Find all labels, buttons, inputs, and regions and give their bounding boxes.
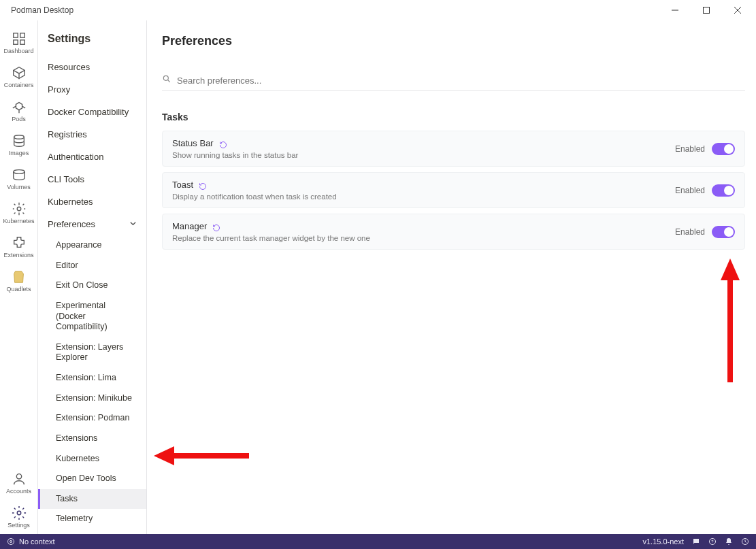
rail-dashboard[interactable]: Dashboard	[0, 26, 37, 60]
rail-label: Volumes	[7, 184, 31, 190]
rail-volumes[interactable]: Volumes	[0, 162, 37, 196]
rail-label: Images	[9, 150, 29, 156]
reset-icon[interactable]	[199, 181, 207, 189]
bell-icon[interactable]	[725, 537, 733, 546]
pref-name: Toast	[172, 180, 193, 190]
pref-desc: Display a notification toast when task i…	[172, 193, 337, 201]
svg-marker-18	[154, 446, 174, 465]
rail-kubernetes[interactable]: Kubernetes	[0, 196, 37, 230]
context-text: No context	[19, 537, 55, 546]
search-wrap	[162, 74, 745, 91]
side-sub-telemetry[interactable]: Telemetry	[38, 509, 146, 529]
svg-rect-9	[20, 40, 24, 44]
feedback-icon[interactable]	[692, 537, 700, 546]
svg-point-11	[13, 170, 24, 174]
rail-settings[interactable]: Settings	[0, 500, 37, 534]
side-sub-exit-on-close[interactable]: Exit On Close	[38, 276, 146, 296]
search-icon	[162, 74, 171, 86]
side-sub-terminal[interactable]: Terminal	[38, 529, 146, 534]
svg-rect-6	[13, 33, 17, 37]
svg-marker-20	[721, 259, 740, 280]
svg-point-22	[10, 541, 12, 543]
settings-sidebar: Settings Resources Proxy Docker Compatib…	[38, 20, 147, 534]
chevron-down-icon	[129, 219, 137, 229]
pref-desc: Replace the current task manager widget …	[172, 234, 370, 242]
pref-state: Enabled	[675, 144, 705, 154]
side-sub-experimental-docker[interactable]: Experimental (Docker Compatibility)	[38, 296, 146, 337]
svg-line-16	[168, 80, 170, 82]
rail-accounts[interactable]: Accounts	[0, 466, 37, 500]
pref-state: Enabled	[675, 186, 705, 195]
svg-point-13	[16, 474, 21, 479]
rail-label: Kubernetes	[3, 218, 34, 224]
rail-containers[interactable]: Containers	[0, 60, 37, 94]
titlebar: Podman Desktop	[0, 0, 756, 20]
toggle-status-bar[interactable]	[712, 143, 735, 155]
svg-rect-3	[704, 7, 710, 14]
pref-row-toast: Toast Display a notification toast when …	[162, 172, 745, 208]
search-input[interactable]	[177, 76, 745, 86]
reset-icon[interactable]	[219, 139, 227, 148]
svg-point-15	[163, 76, 168, 80]
side-sub-editor[interactable]: Editor	[38, 256, 146, 276]
page-title: Preferences	[162, 34, 745, 48]
side-sub-ext-layers-explorer[interactable]: Extension: Layers Explorer	[38, 337, 146, 368]
side-sub-ext-minikube[interactable]: Extension: Minikube	[38, 388, 146, 409]
annotation-arrow-right	[147, 442, 256, 469]
rail-label: Accounts	[6, 488, 31, 495]
settings-title: Settings	[38, 33, 146, 56]
help-icon[interactable]: ?	[708, 537, 717, 546]
side-sub-ext-lima[interactable]: Extension: Lima	[38, 368, 146, 388]
pref-desc: Show running tasks in the status bar	[172, 151, 298, 159]
side-item-proxy[interactable]: Proxy	[38, 78, 146, 101]
svg-rect-7	[20, 33, 24, 37]
section-title: Tasks	[162, 112, 745, 122]
rail-pods[interactable]: Pods	[0, 94, 37, 128]
side-label: Preferences	[48, 219, 95, 229]
side-sub-extensions[interactable]: Extensions	[38, 429, 146, 449]
close-button[interactable]	[722, 0, 753, 20]
svg-point-21	[8, 539, 14, 545]
rail-label: Containers	[4, 82, 34, 88]
rail-quadlets[interactable]: Quadlets	[0, 264, 37, 298]
rail-label: Quadlets	[6, 286, 31, 293]
side-sub-kubernetes[interactable]: Kubernetes	[38, 449, 146, 469]
pref-row-status-bar: Status Bar Show running tasks in the sta…	[162, 131, 745, 167]
maximize-button[interactable]	[691, 0, 722, 20]
pref-state: Enabled	[675, 227, 705, 237]
statusbar: No context v1.15.0-next ?	[0, 534, 756, 549]
side-sub-appearance[interactable]: Appearance	[38, 235, 146, 256]
context-icon[interactable]	[7, 537, 15, 546]
rail-label: Pods	[12, 116, 26, 122]
side-sub-open-dev-tools[interactable]: Open Dev Tools	[38, 469, 146, 489]
svg-point-10	[14, 135, 24, 139]
side-item-resources[interactable]: Resources	[38, 56, 146, 78]
app-title: Podman Desktop	[11, 5, 73, 15]
rail-extensions[interactable]: Extensions	[0, 230, 37, 264]
pref-name: Status Bar	[172, 138, 214, 148]
side-item-kubernetes[interactable]: Kubernetes	[38, 190, 146, 213]
side-item-preferences[interactable]: Preferences	[38, 213, 146, 235]
side-sub-tasks[interactable]: Tasks	[38, 489, 146, 510]
toggle-manager[interactable]	[712, 226, 735, 238]
content-area: Preferences Tasks Status Bar Show runnin…	[147, 20, 756, 534]
reset-icon[interactable]	[212, 222, 220, 231]
rail-nav: Dashboard Containers Pods Images Volumes…	[0, 20, 38, 534]
side-sub-ext-podman[interactable]: Extension: Podman	[38, 408, 146, 429]
minimize-button[interactable]	[659, 0, 691, 20]
side-item-authentication[interactable]: Authentication	[38, 146, 146, 168]
side-item-docker-compat[interactable]: Docker Compatibility	[38, 101, 146, 123]
pref-row-manager: Manager Replace the current task manager…	[162, 214, 745, 250]
annotation-arrow-up	[717, 253, 744, 389]
side-item-registries[interactable]: Registries	[38, 123, 146, 146]
version-text: v1.15.0-next	[642, 537, 684, 546]
svg-text:?: ?	[711, 539, 714, 544]
side-item-cli-tools[interactable]: CLI Tools	[38, 168, 146, 190]
svg-point-14	[17, 511, 21, 515]
rail-images[interactable]: Images	[0, 128, 37, 162]
toggle-toast[interactable]	[712, 184, 735, 197]
tasks-icon[interactable]	[741, 537, 749, 546]
window-controls	[659, 0, 753, 20]
pref-name: Manager	[172, 221, 207, 231]
rail-label: Settings	[7, 522, 30, 529]
